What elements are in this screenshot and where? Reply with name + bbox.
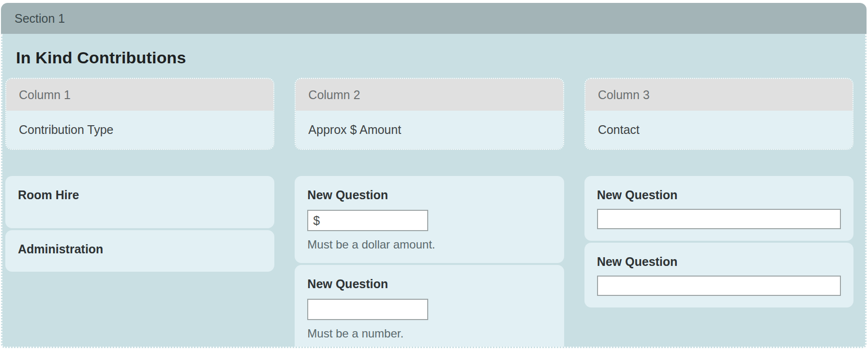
question-label: New Question xyxy=(597,188,841,202)
section-container: Section 1 In Kind Contributions Column 1… xyxy=(1,3,867,348)
column-1-question-stack: Room Hire Administration xyxy=(5,176,274,272)
column-2-field-label: Approx $ Amount xyxy=(308,123,401,137)
column-3-question-stack: New Question New Question xyxy=(584,176,853,307)
question-card-contact-1[interactable]: New Question xyxy=(584,176,853,241)
question-card-administration[interactable]: Administration xyxy=(5,230,274,272)
column-2-header-label: Column 2 xyxy=(308,88,360,102)
column-3-field-label: Contact xyxy=(598,123,640,137)
column-1: Column 1 Contribution Type Room Hire Adm… xyxy=(5,78,274,348)
dollar-amount-input[interactable] xyxy=(307,210,428,231)
column-3-drop-card[interactable]: Column 3 Contact xyxy=(584,78,853,150)
validation-helper-text: Must be a number. xyxy=(307,327,551,340)
section-header[interactable]: Section 1 xyxy=(1,3,867,34)
column-3: Column 3 Contact New Question New Questi… xyxy=(584,78,853,348)
section-body: In Kind Contributions Column 1 Contribut… xyxy=(1,34,867,348)
question-card-contact-2[interactable]: New Question xyxy=(584,243,853,307)
question-label: New Question xyxy=(307,188,551,202)
contact-text-input-2[interactable] xyxy=(597,276,841,296)
number-input[interactable] xyxy=(307,299,428,320)
column-3-field: Contact xyxy=(585,111,853,149)
page-title: In Kind Contributions xyxy=(16,48,865,67)
validation-helper-text: Must be a dollar amount. xyxy=(307,238,551,251)
section-label: Section 1 xyxy=(15,12,65,26)
column-2: Column 2 Approx $ Amount New Question Mu… xyxy=(295,78,564,348)
question-label: New Question xyxy=(597,254,841,269)
columns-grid: Column 1 Contribution Type Room Hire Adm… xyxy=(2,78,865,348)
column-1-drop-card[interactable]: Column 1 Contribution Type xyxy=(5,78,274,150)
column-2-question-stack: New Question Must be a dollar amount. Ne… xyxy=(295,176,564,348)
column-2-field: Approx $ Amount xyxy=(296,111,563,149)
question-label: Room Hire xyxy=(18,188,262,202)
column-1-header: Column 1 xyxy=(6,79,273,111)
question-label: New Question xyxy=(307,277,551,291)
column-3-header-label: Column 3 xyxy=(598,88,650,102)
contact-text-input-1[interactable] xyxy=(597,209,841,229)
question-card-number[interactable]: New Question Must be a number. xyxy=(295,265,564,348)
column-2-drop-card[interactable]: Column 2 Approx $ Amount xyxy=(295,78,564,150)
column-1-field-label: Contribution Type xyxy=(19,123,114,137)
question-label: Administration xyxy=(18,242,262,256)
column-3-header: Column 3 xyxy=(585,79,853,111)
column-1-header-label: Column 1 xyxy=(19,88,71,102)
question-card-room-hire[interactable]: Room Hire xyxy=(5,176,274,228)
question-card-dollar-amount[interactable]: New Question Must be a dollar amount. xyxy=(295,176,564,263)
column-2-header: Column 2 xyxy=(296,79,563,111)
column-1-field: Contribution Type xyxy=(6,111,273,149)
